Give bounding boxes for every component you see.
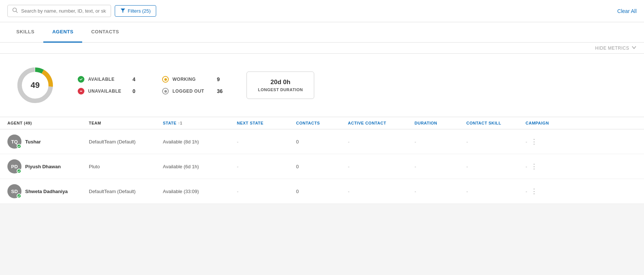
col-campaign[interactable]: CAMPAIGN	[526, 121, 563, 125]
campaign-value: -	[526, 139, 527, 145]
contacts-cell: 0	[296, 164, 348, 169]
tab-agents[interactable]: AGENTS	[43, 22, 82, 43]
search-input[interactable]	[21, 8, 106, 14]
avatar: TQ	[7, 135, 21, 149]
hide-metrics-button[interactable]: HIDE METRICS	[595, 45, 637, 51]
avatar-initials: TQ	[11, 139, 18, 145]
contact-skill-cell: -	[466, 189, 526, 194]
chevron-down-icon	[631, 45, 637, 51]
donut-total: 49	[31, 80, 40, 90]
row-more-button[interactable]: ⋮	[531, 138, 537, 146]
duration-cell: -	[415, 164, 466, 169]
active-contact-cell: -	[348, 164, 415, 169]
campaign-value: -	[526, 189, 527, 194]
working-count: 9	[217, 76, 224, 82]
unavailable-count: 0	[133, 88, 140, 94]
avatar-status-badge	[17, 193, 21, 198]
contact-skill-cell: -	[466, 164, 526, 169]
status-loggedout: LOGGED OUT 36	[162, 88, 224, 95]
filter-label: Filters (25)	[128, 8, 151, 14]
avatar: SD	[7, 184, 21, 198]
next-state-cell: -	[237, 164, 296, 169]
table-row: SD Shweta Dadhaniya DefaultTeam (Default…	[0, 179, 644, 204]
team-cell: DefaultTeam (Default)	[89, 139, 163, 145]
loggedout-icon	[162, 88, 169, 95]
table-header: AGENT (49) TEAM STATE ↑1 NEXT STATE CONT…	[0, 117, 644, 129]
working-icon	[162, 76, 169, 83]
clear-all-button[interactable]: Clear All	[617, 8, 637, 14]
hide-metrics-label: HIDE METRICS	[595, 46, 629, 51]
col-state[interactable]: STATE ↑1	[163, 121, 237, 125]
duration-cell: -	[415, 189, 466, 194]
row-more-button[interactable]: ⋮	[531, 187, 537, 195]
duration-label: LONGEST DURATION	[258, 87, 303, 92]
avatar-initials: SD	[11, 189, 18, 194]
agent-name: Piyush Dhawan	[25, 164, 61, 169]
campaign-cell: - ⋮	[526, 187, 563, 195]
col-next-state[interactable]: NEXT STATE	[237, 121, 296, 125]
available-label: AVAILABLE	[88, 77, 129, 82]
filter-icon	[120, 8, 125, 14]
contacts-cell: 0	[296, 189, 348, 194]
agent-name: Shweta Dadhaniya	[25, 189, 68, 194]
tabs-bar: SKILLS AGENTS CONTACTS	[0, 22, 644, 43]
status-grid-right: WORKING 9 LOGGED OUT 36	[162, 76, 224, 95]
loggedout-count: 36	[217, 88, 224, 94]
tab-contacts[interactable]: CONTACTS	[82, 22, 128, 43]
duration-value: 20d 0h	[258, 79, 303, 86]
tab-skills[interactable]: SKILLS	[7, 22, 43, 43]
col-active-contact[interactable]: ACTIVE CONTACT	[348, 121, 415, 125]
duration-box: 20d 0h LONGEST DURATION	[246, 72, 314, 99]
avatar-status-badge	[17, 144, 21, 149]
agent-name: Tushar	[25, 139, 41, 145]
col-contact-skill[interactable]: CONTACT SKILL	[466, 121, 526, 125]
top-bar: Filters (25) Clear All	[0, 0, 644, 22]
team-cell: DefaultTeam (Default)	[89, 189, 163, 194]
col-agent: AGENT (49)	[7, 121, 89, 125]
duration-cell: -	[415, 139, 466, 145]
next-state-cell: -	[237, 189, 296, 194]
available-icon	[78, 76, 84, 83]
status-grid-left: AVAILABLE 4 UNAVAILABLE 0	[78, 76, 140, 95]
avatar-initials: PD	[11, 164, 18, 169]
search-icon	[12, 7, 18, 14]
working-label: WORKING	[172, 77, 213, 82]
status-working: WORKING 9	[162, 76, 224, 83]
unavailable-label: UNAVAILABLE	[88, 89, 129, 94]
state-cell: Available (33:09)	[163, 189, 237, 194]
col-duration[interactable]: DURATION	[415, 121, 466, 125]
state-cell: Available (6d 1h)	[163, 164, 237, 169]
active-contact-cell: -	[348, 189, 415, 194]
col-contacts[interactable]: CONTACTS	[296, 121, 348, 125]
team-cell: Pluto	[89, 164, 163, 169]
campaign-cell: - ⋮	[526, 138, 563, 146]
agents-table: AGENT (49) TEAM STATE ↑1 NEXT STATE CONT…	[0, 117, 644, 204]
table-body: TQ Tushar DefaultTeam (Default) Availabl…	[0, 129, 644, 204]
avatar-status-badge	[17, 169, 21, 173]
agent-cell: TQ Tushar	[7, 135, 89, 149]
agent-cell: PD Piyush Dhawan	[7, 159, 89, 173]
table-row: PD Piyush Dhawan Pluto Available (6d 1h)…	[0, 154, 644, 179]
donut-chart: 49	[15, 65, 56, 106]
state-cell: Available (8d 1h)	[163, 139, 237, 145]
loggedout-label: LOGGED OUT	[172, 89, 213, 94]
metrics-toggle-bar: HIDE METRICS	[0, 43, 644, 54]
campaign-value: -	[526, 164, 527, 169]
svg-line-1	[16, 11, 18, 13]
unavailable-icon	[78, 88, 84, 95]
campaign-cell: - ⋮	[526, 162, 563, 170]
active-contact-cell: -	[348, 139, 415, 145]
contact-skill-cell: -	[466, 139, 526, 145]
metrics-panel: 49 AVAILABLE 4 UNAVAILABLE 0	[0, 54, 644, 117]
col-team: TEAM	[89, 121, 163, 125]
avatar: PD	[7, 159, 21, 173]
available-count: 4	[133, 76, 140, 82]
status-available: AVAILABLE 4	[78, 76, 140, 83]
table-row: TQ Tushar DefaultTeam (Default) Availabl…	[0, 129, 644, 154]
row-more-button[interactable]: ⋮	[531, 162, 537, 170]
contacts-cell: 0	[296, 139, 348, 145]
filter-button[interactable]: Filters (25)	[115, 5, 156, 17]
next-state-cell: -	[237, 139, 296, 145]
search-box[interactable]	[7, 5, 111, 17]
sort-icon: ↑1	[178, 121, 182, 125]
